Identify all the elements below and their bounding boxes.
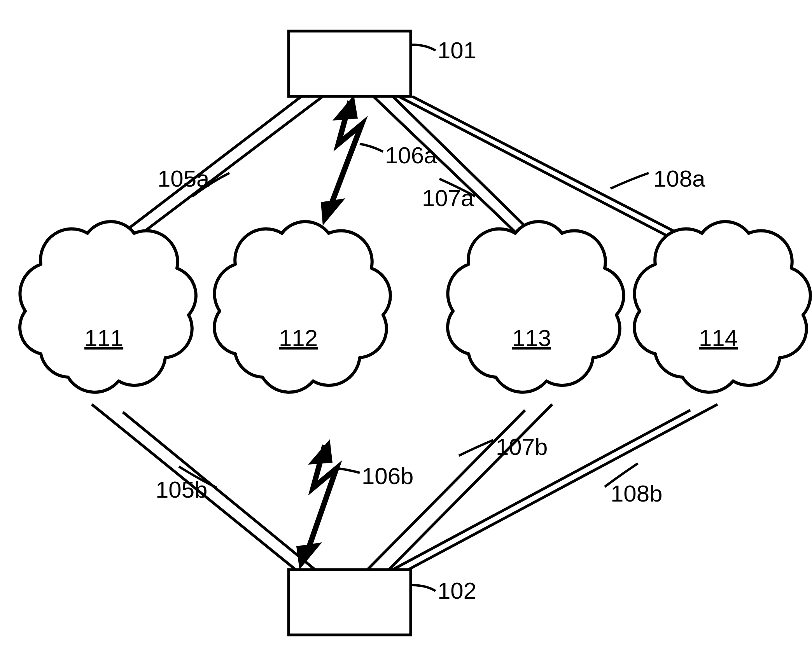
- leader-108a: [611, 173, 649, 189]
- cloud-111: [20, 222, 196, 392]
- link-108b: [393, 404, 718, 570]
- svg-line-2: [373, 96, 533, 249]
- svg-marker-15: [308, 439, 332, 465]
- link-106a: [321, 95, 362, 225]
- label-105b: 105b: [156, 477, 207, 503]
- svg-line-11: [408, 404, 718, 570]
- label-105a: 105a: [158, 166, 210, 192]
- label-106b: 106b: [362, 463, 413, 489]
- link-106b: [296, 439, 336, 570]
- cloud-114: [634, 222, 810, 392]
- label-108b: 108b: [611, 481, 662, 507]
- cloud-112-label: 112: [279, 325, 318, 351]
- leader-101: [412, 45, 436, 51]
- label-101: 101: [438, 37, 476, 63]
- endpoint-top: [289, 31, 411, 96]
- label-107a: 107a: [422, 185, 474, 211]
- leader-106b: [338, 468, 360, 473]
- label-108a: 108a: [653, 166, 705, 192]
- cloud-112: [214, 222, 390, 392]
- endpoint-bottom: [289, 570, 411, 635]
- cloud-113: [448, 222, 624, 392]
- network-diagram: 111 112 113 114 101 102 105a 106a 107a 1…: [0, 0, 812, 659]
- svg-marker-12: [321, 198, 345, 225]
- cloud-113-label: 113: [512, 325, 551, 351]
- label-106a: 106a: [385, 142, 437, 168]
- svg-line-7: [123, 412, 315, 570]
- cloud-114-label: 114: [699, 325, 738, 351]
- label-107b: 107b: [496, 434, 548, 460]
- svg-marker-13: [332, 95, 358, 121]
- label-102: 102: [438, 578, 476, 604]
- leader-106a: [360, 144, 383, 152]
- cloud-111-label: 111: [84, 325, 123, 351]
- leader-102: [412, 585, 436, 591]
